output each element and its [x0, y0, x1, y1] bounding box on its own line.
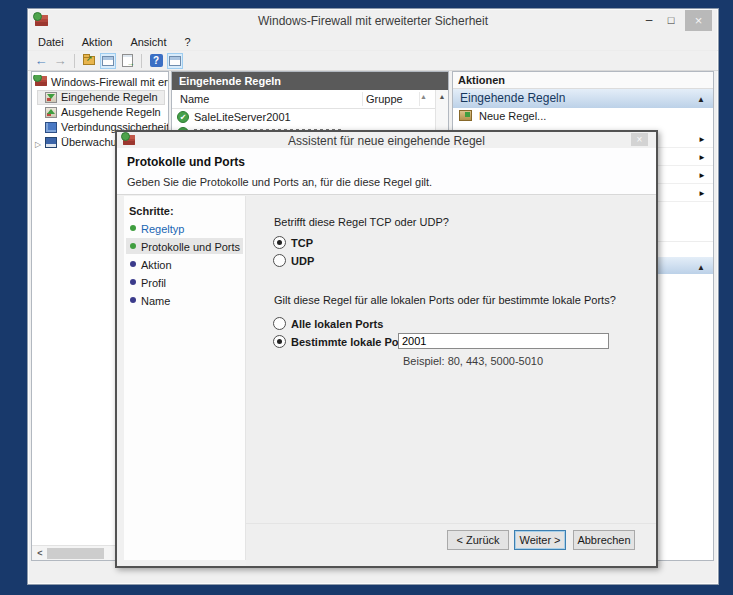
new-inbound-rule-wizard: Assistent für neue eingehende Regel × Pr… [115, 130, 658, 568]
ports-question: Gilt diese Regel für alle lokalen Ports … [274, 294, 616, 306]
export-list-icon[interactable] [119, 53, 135, 69]
menu-ansicht[interactable]: Ansicht [130, 34, 166, 51]
step-aktion: Aktion [124, 256, 245, 272]
toolbar-separator [141, 54, 142, 68]
desktop: { "window": { "title": "Windows-Firewall… [0, 0, 733, 595]
action-pane-toggle-icon[interactable] [167, 53, 183, 69]
enabled-check-icon: ✔ [177, 111, 189, 123]
wizard-content: Betrifft diese Regel TCP oder UDP? TCP U… [246, 196, 656, 566]
tree-item-outbound-rules[interactable]: Ausgehende Regeln [32, 105, 168, 120]
menu-datei[interactable]: Datei [38, 34, 64, 51]
ports-example: Beispiel: 80, 443, 5000-5010 [403, 355, 543, 367]
step-name: Name [124, 292, 245, 308]
maximize-button[interactable]: □ [660, 12, 682, 30]
new-rule-icon [459, 110, 472, 121]
back-button[interactable]: < Zurück [447, 530, 509, 550]
scroll-left-icon[interactable]: < [34, 547, 46, 559]
ports-input[interactable] [398, 333, 609, 349]
inbound-rules-icon [45, 92, 57, 103]
scroll-up-icon[interactable]: ▲ [436, 93, 448, 100]
rule-row-salelite[interactable]: ✔ SaleLiteServer2001 [172, 109, 435, 125]
monitoring-icon [45, 137, 57, 148]
step-done-bullet [130, 243, 136, 249]
specific-ports-radio[interactable] [273, 335, 286, 348]
next-button[interactable]: Weiter > [514, 530, 566, 550]
back-icon[interactable]: ← [33, 53, 49, 69]
step-regeltyp[interactable]: Regeltyp [124, 220, 245, 236]
cancel-button[interactable]: Abbrechen [573, 530, 635, 550]
wizard-steps-panel: Schritte: Regeltyp Protokolle und Ports … [124, 196, 246, 560]
toolbar-separator [74, 54, 75, 68]
tree-item-root[interactable]: Windows-Firewall mit erweitert [32, 75, 168, 90]
help-icon[interactable]: ? [148, 53, 164, 69]
collapse-icon[interactable]: ▲ [697, 90, 705, 109]
step-pending-bullet [130, 297, 136, 303]
sort-asc-icon: ▲ [420, 93, 427, 100]
action-new-rule[interactable]: Neue Regel... [453, 108, 713, 125]
steps-label: Schritte: [129, 205, 174, 217]
button-divider [246, 523, 656, 524]
submenu-arrow-icon: ► [698, 153, 706, 162]
menu-aktion[interactable]: Aktion [82, 34, 113, 51]
column-header-gruppe[interactable]: Gruppe [366, 93, 403, 105]
all-ports-radio[interactable] [273, 317, 286, 330]
submenu-arrow-icon: ► [698, 189, 706, 198]
step-pending-bullet [130, 261, 136, 267]
wizard-close-button[interactable]: × [631, 133, 648, 146]
window-title: Windows-Firewall mit erweiterter Sicherh… [28, 14, 718, 28]
connection-security-icon [45, 122, 57, 133]
wizard-subtitle: Geben Sie die Protokolle und Ports an, f… [127, 176, 432, 188]
wizard-banner: Protokolle und Ports Geben Sie die Proto… [117, 148, 656, 195]
expander-icon[interactable]: ▷ [35, 137, 41, 150]
wizard-titlebar: Assistent für neue eingehende Regel × [117, 132, 656, 148]
column-header-row: Name Gruppe ▲ [172, 90, 435, 109]
tcp-radio-label[interactable]: TCP [291, 237, 313, 249]
console-tree-toggle-icon[interactable] [100, 53, 116, 69]
menu-bar: Datei Aktion Ansicht ? [28, 34, 718, 51]
forward-icon[interactable]: → [52, 53, 68, 69]
actions-pane-header: Aktionen [453, 72, 713, 89]
rules-pane-header: Eingehende Regeln [172, 72, 448, 90]
toolbar: ← → ? [28, 51, 718, 71]
all-ports-radio-label[interactable]: Alle lokalen Ports [291, 318, 383, 330]
step-protokolle-und-ports-current: Protokolle und Ports [124, 238, 245, 254]
menu-hilfe[interactable]: ? [185, 34, 191, 51]
udp-radio[interactable] [273, 254, 286, 267]
column-separator[interactable] [362, 92, 363, 106]
window-titlebar: Windows-Firewall mit erweiterter Sicherh… [28, 9, 718, 34]
tree-item-inbound-rules[interactable]: Eingehende Regeln [32, 90, 168, 105]
protocol-question: Betrifft diese Regel TCP oder UDP? [274, 216, 449, 228]
step-done-bullet [130, 225, 136, 231]
wizard-heading: Protokolle und Ports [127, 155, 245, 169]
step-profil: Profil [124, 274, 245, 290]
submenu-arrow-icon: ► [698, 171, 706, 180]
scrollbar-thumb[interactable] [47, 548, 104, 559]
udp-radio-label[interactable]: UDP [291, 255, 314, 267]
up-level-icon[interactable] [81, 53, 97, 69]
column-header-name[interactable]: Name [180, 93, 209, 105]
outbound-rules-icon [45, 107, 57, 118]
wizard-title: Assistent für neue eingehende Regel [117, 134, 656, 148]
actions-group-inbound-rules[interactable]: Eingehende Regeln ▲ [453, 89, 713, 108]
minimize-button[interactable]: – [638, 12, 660, 30]
tcp-radio[interactable] [273, 236, 286, 249]
submenu-arrow-icon: ► [698, 135, 706, 144]
close-button[interactable]: × [685, 10, 712, 31]
collapse-icon[interactable]: ▲ [697, 258, 705, 277]
step-pending-bullet [130, 279, 136, 285]
firewall-icon [35, 76, 47, 86]
